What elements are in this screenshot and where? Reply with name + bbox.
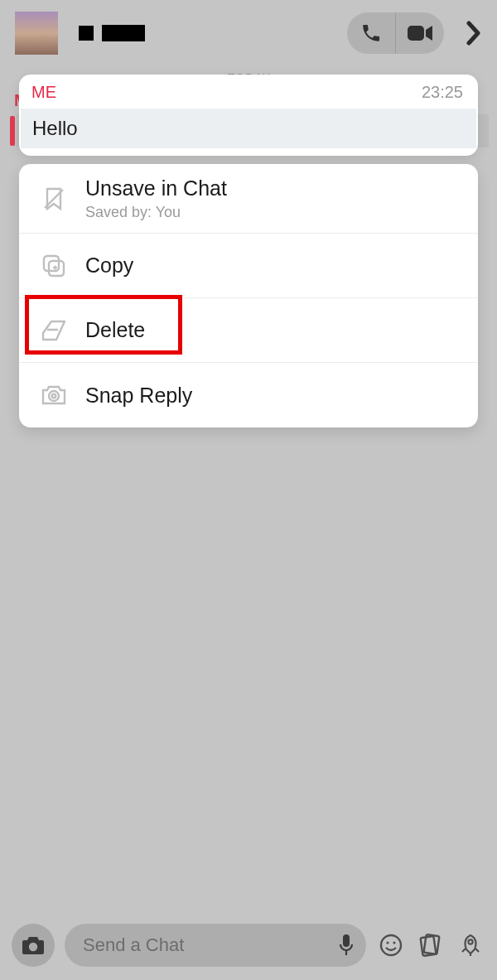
svg-point-6: [52, 394, 56, 398]
camera-icon: [21, 934, 46, 956]
avatar[interactable]: [15, 12, 58, 55]
microphone-icon[interactable]: [338, 934, 355, 957]
contact-name[interactable]: [79, 25, 145, 41]
bookmark-off-icon: [36, 186, 72, 211]
svg-point-5: [49, 391, 59, 401]
chat-input[interactable]: Send a Chat: [65, 924, 366, 967]
chat-details-button[interactable]: [459, 21, 489, 46]
menu-label: Delete: [85, 318, 145, 342]
cards-icon: [417, 932, 444, 958]
menu-unsave[interactable]: Unsave in Chat Saved by: You: [19, 164, 478, 234]
svg-point-10: [381, 935, 401, 955]
svg-point-12: [393, 941, 395, 944]
call-controls: [347, 12, 444, 54]
composer-bar: Send a Chat: [0, 910, 497, 980]
menu-sublabel: Saved by: You: [85, 204, 227, 221]
eraser-icon: [36, 318, 72, 343]
voice-call-button[interactable]: [347, 12, 395, 54]
camera-button[interactable]: [12, 924, 55, 967]
selected-message-card: ME 23:25 Hello: [19, 75, 478, 156]
menu-snap-reply[interactable]: Snap Reply: [19, 363, 478, 427]
svg-rect-0: [408, 26, 424, 41]
phone-icon: [360, 22, 382, 44]
copy-icon: [36, 253, 72, 279]
video-icon: [408, 24, 432, 42]
message-body-row[interactable]: Hello: [21, 109, 476, 148]
bg-message-accent: [10, 116, 15, 146]
smiley-icon: [379, 933, 403, 958]
menu-label: Snap Reply: [85, 384, 192, 408]
svg-point-11: [386, 941, 388, 944]
menu-delete[interactable]: Delete: [19, 298, 478, 363]
menu-label: Unsave in Chat: [85, 176, 227, 200]
chevron-right-icon: [466, 21, 481, 46]
menu-copy[interactable]: Copy: [19, 234, 478, 298]
message-text: Hello: [32, 117, 465, 140]
redacted-block: [102, 25, 145, 41]
chat-placeholder: Send a Chat: [83, 934, 184, 956]
message-time: 23:25: [422, 83, 463, 102]
rocket-icon: [458, 933, 483, 958]
menu-label: Copy: [85, 253, 133, 278]
svg-rect-8: [343, 934, 350, 947]
message-context-menu: Unsave in Chat Saved by: You Copy Delete…: [19, 164, 478, 427]
emoji-button[interactable]: [376, 933, 406, 958]
redacted-block: [79, 26, 94, 41]
chat-header: [0, 0, 497, 66]
gallery-button[interactable]: [416, 932, 446, 958]
svg-rect-2: [44, 256, 59, 271]
message-sender: ME: [31, 83, 56, 102]
svg-point-15: [468, 939, 472, 944]
svg-point-7: [29, 942, 37, 950]
rocket-button[interactable]: [456, 933, 485, 958]
video-call-button[interactable]: [396, 12, 444, 54]
camera-icon: [36, 384, 72, 407]
